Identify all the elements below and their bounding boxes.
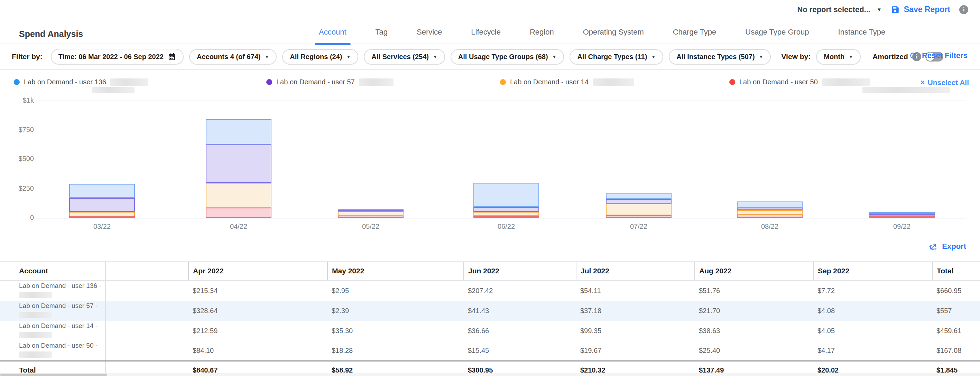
x-axis-tick: 06/22 xyxy=(473,222,539,230)
bar-segment xyxy=(737,208,803,210)
legend-item-label: Lab on Demand - user 136 xyxy=(24,78,106,86)
tab-charge-type[interactable]: Charge Type xyxy=(659,20,731,44)
report-selector-dropdown[interactable]: No report selected... ▼ xyxy=(797,5,881,14)
top-bar: No report selected... ▼ Save Report i xyxy=(0,0,980,20)
bar-segment xyxy=(206,208,272,218)
time-filter-value: Time: 06 Mar 2022 - 06 Sep 2022 xyxy=(59,53,164,61)
save-report-button[interactable]: Save Report xyxy=(891,5,950,14)
value-cell: $660.95 xyxy=(932,281,980,301)
chevron-down-icon: ▼ xyxy=(877,6,882,13)
value-cell: $99.35 xyxy=(576,321,695,341)
view-by-dropdown[interactable]: Month ▼ xyxy=(816,49,861,65)
legend-item-label: Lab on Demand - user 57 xyxy=(276,78,355,86)
gridline xyxy=(36,159,966,159)
tab-operating-system[interactable]: Operating System xyxy=(568,20,659,44)
filter-pill-label: All Regions (24) xyxy=(290,53,342,61)
filter-pill-all-charge-types-11-[interactable]: All Charge Types (11)▼ xyxy=(570,49,663,65)
refresh-icon xyxy=(909,51,918,60)
tab-bar: AccountTagServiceLifecycleRegionOperatin… xyxy=(304,20,900,44)
filter-pills: Accounts 4 (of 674)▼All Regions (24)▼All… xyxy=(189,49,771,65)
calendar-icon xyxy=(168,52,176,61)
amortized-label: Amortized xyxy=(872,52,908,61)
value-cell: $215.34 xyxy=(188,281,328,301)
horizontal-scrollbar[interactable] xyxy=(0,373,980,376)
tab-usage-type-group[interactable]: Usage Type Group xyxy=(731,20,823,44)
x-axis-tick: 04/22 xyxy=(206,222,272,230)
spacer-cell xyxy=(105,321,188,341)
chevron-down-icon: ▼ xyxy=(264,54,269,59)
bar-06-22[interactable] xyxy=(473,183,539,218)
filter-pill-all-usage-type-groups-68-[interactable]: All Usage Type Groups (68)▼ xyxy=(450,49,564,65)
filter-pill-label: All Services (254) xyxy=(371,53,429,61)
gridline xyxy=(36,130,966,130)
tab-region[interactable]: Region xyxy=(515,20,568,44)
tab-account[interactable]: Account xyxy=(304,20,361,44)
chevron-down-icon: ▼ xyxy=(849,54,853,59)
value-cell: $25.40 xyxy=(695,341,813,361)
legend-item-14[interactable]: Lab on Demand - user 14 xyxy=(500,78,634,86)
legend-dot-icon xyxy=(14,79,20,85)
value-cell: $15.45 xyxy=(464,341,576,361)
scrollbar-thumb[interactable] xyxy=(0,374,107,376)
bar-segment xyxy=(606,193,671,199)
filter-pill-label: All Usage Type Groups (68) xyxy=(458,53,548,61)
spacer-cell xyxy=(105,341,188,361)
value-cell: $2.39 xyxy=(328,301,464,321)
x-axis-tick: 08/22 xyxy=(737,222,803,230)
info-icon[interactable]: i xyxy=(959,5,968,14)
bar-segment xyxy=(606,203,671,215)
table-row: Lab on Demand - user 57 -$328.64$2.39$41… xyxy=(0,301,980,321)
legend-dot-icon xyxy=(266,79,272,85)
export-button[interactable]: Export xyxy=(929,242,966,251)
filter-pill-all-instance-types-507-[interactable]: All Instance Types (507)▼ xyxy=(669,49,771,65)
bar-segment xyxy=(69,198,135,212)
filter-pill-all-services-254-[interactable]: All Services (254)▼ xyxy=(364,49,445,65)
spacer-column xyxy=(105,261,188,281)
value-cell: $35.30 xyxy=(328,321,464,341)
tab-service[interactable]: Service xyxy=(402,20,457,44)
tab-tag[interactable]: Tag xyxy=(361,20,402,44)
bar-03-22[interactable] xyxy=(69,184,135,218)
bar-segment xyxy=(69,212,135,216)
bar-04-22[interactable] xyxy=(206,119,272,218)
y-axis-tick: $500 xyxy=(10,155,34,163)
bar-segment xyxy=(69,216,135,218)
value-cell: $18.28 xyxy=(328,341,464,361)
legend-item-57[interactable]: Lab on Demand - user 57 xyxy=(266,78,393,86)
chevron-down-icon: ▼ xyxy=(651,54,655,59)
redacted-text xyxy=(19,292,52,298)
value-cell: $7.72 xyxy=(813,281,932,301)
bar-segment xyxy=(473,212,539,216)
column-header-jul-2022: Jul 2022 xyxy=(576,261,695,281)
chevron-down-icon: ▼ xyxy=(346,54,351,59)
gridline xyxy=(36,218,966,218)
bar-05-22[interactable] xyxy=(338,209,404,218)
tab-instance-type[interactable]: Instance Type xyxy=(824,20,900,44)
value-cell: $557 xyxy=(932,301,980,321)
redacted-text xyxy=(822,78,870,86)
filter-pill-accounts-4-of-674-[interactable]: Accounts 4 (of 674)▼ xyxy=(189,49,277,65)
legend-item-136[interactable]: Lab on Demand - user 136 xyxy=(14,78,148,86)
chevron-down-icon: ▼ xyxy=(433,54,438,59)
chevron-down-icon: ▼ xyxy=(759,54,764,59)
filter-bar: Filter by: Time: 06 Mar 2022 - 06 Sep 20… xyxy=(0,44,980,70)
filter-pill-all-regions-24-[interactable]: All Regions (24)▼ xyxy=(282,49,358,65)
bar-08-22[interactable] xyxy=(737,201,803,218)
legend-item-50[interactable]: Lab on Demand - user 50 xyxy=(729,78,870,86)
reset-filters-button[interactable]: Reset Filters xyxy=(909,51,967,60)
unselect-all-label: Unselect All xyxy=(928,78,969,87)
value-cell: $4.08 xyxy=(813,301,932,321)
filter-pill-label: All Instance Types (507) xyxy=(676,53,754,61)
save-report-label: Save Report xyxy=(904,5,950,14)
redacted-text xyxy=(19,332,52,338)
value-cell: $51.76 xyxy=(695,281,813,301)
bar-segment xyxy=(737,214,803,218)
bar-09-22[interactable] xyxy=(869,212,935,218)
tab-lifecycle[interactable]: Lifecycle xyxy=(457,20,515,44)
spend-table-container: AccountApr 2022May 2022Jun 2022Jul 2022A… xyxy=(0,261,980,376)
unselect-all-button[interactable]: × Unselect All xyxy=(921,78,969,87)
time-filter-pill[interactable]: Time: 06 Mar 2022 - 06 Sep 2022 xyxy=(51,49,184,65)
redacted-text xyxy=(19,351,52,358)
bar-07-22[interactable] xyxy=(606,193,671,218)
filter-by-label: Filter by: xyxy=(12,52,43,61)
